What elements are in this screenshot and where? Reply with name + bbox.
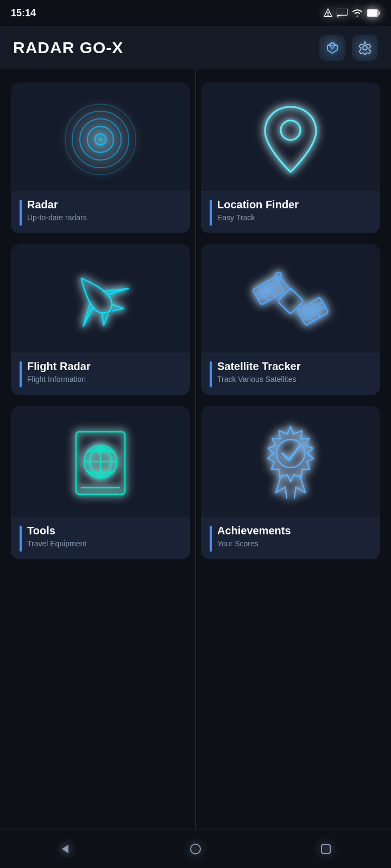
- svg-point-14: [65, 104, 136, 175]
- location-finder-card[interactable]: Location Finder Easy Track: [201, 82, 380, 233]
- radar-title: Radar: [27, 199, 87, 211]
- achievements-subtitle: Your Scores: [217, 539, 291, 548]
- achievements-title: Achievements: [217, 525, 291, 537]
- radar-subtitle: Up-to-date radars: [27, 213, 87, 222]
- flight-title: Flight Radar: [27, 360, 91, 373]
- status-icons: [324, 8, 380, 18]
- achievement-icon: [255, 422, 326, 506]
- svg-point-36: [191, 844, 200, 854]
- tools-subtitle: Travel Equipment: [27, 539, 86, 548]
- flight-label: Flight Radar Flight Information: [11, 353, 190, 395]
- location-text: Location Finder Easy Track: [217, 199, 299, 222]
- bottom-nav: [0, 829, 391, 868]
- alert-icon: [324, 8, 332, 18]
- achievements-icon-area: [201, 406, 380, 517]
- radar-icon-area: [11, 82, 190, 191]
- recents-square-icon: [321, 844, 331, 854]
- settings-button[interactable]: [352, 35, 378, 61]
- app-header: RADAR GO-X: [0, 26, 391, 69]
- status-time: 15:14: [11, 8, 36, 19]
- header-actions: [319, 35, 378, 61]
- gem-icon: [325, 41, 339, 54]
- achievements-text: Achievements Your Scores: [217, 525, 291, 548]
- svg-point-7: [363, 46, 367, 50]
- satellite-title: Satellite Tracker: [217, 360, 300, 373]
- flight-icon-area: [11, 244, 190, 353]
- flight-text: Flight Radar Flight Information: [27, 360, 91, 384]
- svg-rect-37: [321, 845, 330, 853]
- achievements-label: Achievements Your Scores: [201, 517, 380, 559]
- flight-bar: [20, 361, 22, 387]
- tools-icon-area: [11, 406, 190, 517]
- radar-bar: [20, 200, 22, 226]
- nav-home-button[interactable]: [180, 834, 211, 864]
- satellite-bar: [210, 361, 212, 387]
- tools-bar: [20, 526, 22, 552]
- flight-radar-card[interactable]: Flight Radar Flight Information: [11, 244, 190, 395]
- location-subtitle: Easy Track: [217, 213, 299, 222]
- gem-button[interactable]: [319, 35, 345, 61]
- tools-card[interactable]: Tools Travel Equipment: [11, 406, 190, 559]
- satellite-subtitle: Track Various Satellites: [217, 375, 300, 384]
- svg-rect-16: [278, 288, 304, 314]
- svg-rect-3: [368, 10, 377, 16]
- radar-text: Radar Up-to-date radars: [27, 199, 87, 222]
- radar-card[interactable]: Radar Up-to-date radars: [11, 82, 190, 233]
- location-label: Location Finder Easy Track: [201, 191, 380, 233]
- svg-line-18: [255, 282, 278, 295]
- nav-recents-button[interactable]: [311, 834, 341, 864]
- passport-icon: [65, 424, 136, 505]
- back-icon: [60, 844, 71, 854]
- nav-back-button[interactable]: [50, 834, 80, 864]
- satellite-text: Satellite Tracker Track Various Satellit…: [217, 360, 300, 384]
- tools-title: Tools: [27, 525, 86, 537]
- achievements-card[interactable]: Achievements Your Scores: [201, 406, 380, 559]
- radar-icon: [62, 101, 138, 177]
- wifi-icon: [352, 9, 363, 17]
- status-bar: 15:14: [0, 0, 391, 26]
- satellite-icon: [250, 260, 331, 342]
- tools-text: Tools Travel Equipment: [27, 525, 86, 548]
- flight-subtitle: Flight Information: [27, 375, 91, 384]
- location-pin-icon: [255, 99, 326, 180]
- gear-icon: [358, 41, 372, 55]
- radar-label: Radar Up-to-date radars: [11, 191, 190, 233]
- satellite-tracker-card[interactable]: Satellite Tracker Track Various Satellit…: [201, 244, 380, 395]
- svg-marker-35: [62, 845, 68, 853]
- content-area: Radar Up-to-date radars: [0, 69, 391, 829]
- svg-line-23: [300, 302, 323, 315]
- svg-point-34: [276, 439, 305, 468]
- satellite-icon-area: [201, 244, 380, 353]
- satellite-label: Satellite Tracker Track Various Satellit…: [201, 353, 380, 395]
- svg-rect-0: [337, 9, 348, 15]
- cast-icon: [337, 9, 348, 17]
- achievements-bar: [210, 526, 212, 552]
- feature-grid: Radar Up-to-date radars: [11, 82, 380, 559]
- svg-point-15: [281, 120, 300, 140]
- svg-point-28: [276, 272, 281, 278]
- home-circle-icon: [190, 844, 201, 854]
- location-icon-area: [201, 82, 380, 191]
- tools-label: Tools Travel Equipment: [11, 517, 190, 559]
- location-title: Location Finder: [217, 199, 299, 211]
- location-bar: [210, 200, 212, 226]
- app-title: RADAR GO-X: [13, 39, 123, 57]
- airplane-icon: [61, 263, 140, 339]
- battery-icon: [367, 9, 380, 17]
